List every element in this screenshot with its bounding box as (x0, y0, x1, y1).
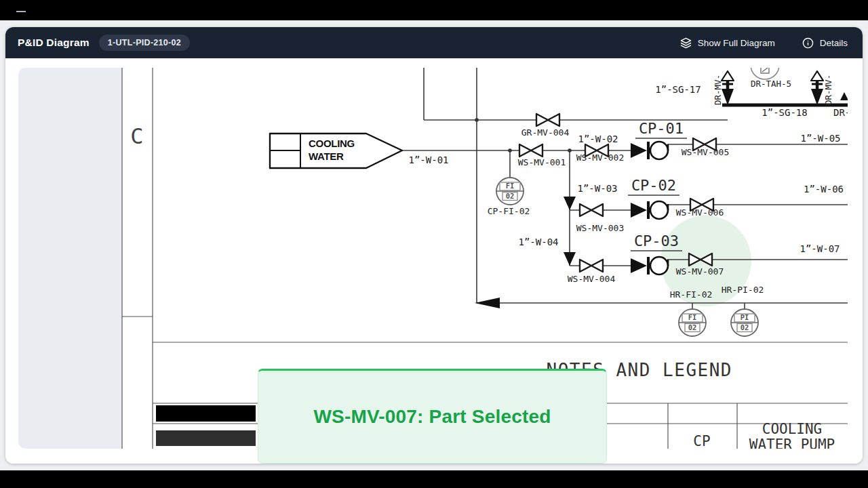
inst-02-text: 02 (506, 192, 515, 200)
flag-line2: WATER (309, 150, 344, 162)
legend-cp: CP (693, 433, 710, 449)
legend-cooling-line1: COOLING (762, 421, 823, 437)
label-cp02: CP-02 (631, 177, 676, 194)
valve-gr-mv-004[interactable] (536, 114, 559, 126)
label-w04: 1”-W-04 (518, 237, 558, 247)
inst-02-text: 02 (688, 323, 697, 331)
details-button[interactable]: Details (800, 33, 850, 53)
pump-cp-01[interactable] (631, 142, 668, 159)
label-ws-mv-007: WS-MV-007 (676, 266, 724, 277)
label-sg18: 1”-SG-18 (762, 107, 807, 118)
label-ws-mv-002: WS-MV-002 (576, 152, 624, 163)
valve-ws-mv-001[interactable] (519, 144, 542, 157)
pipe-network (402, 68, 848, 309)
diagram-viewport: C (5, 58, 863, 464)
label-w03: 1”-W-03 (577, 183, 617, 194)
label-dr-mv-left: DR-MV- (713, 75, 723, 105)
label-dr-cut: DR- (833, 107, 848, 118)
pid-viewer-card: P&ID Diagram 1-UTL-PID-210-02 Show Full … (5, 27, 863, 464)
details-label: Details (820, 38, 848, 48)
label-ws-mv-001: WS-MV-001 (518, 157, 566, 167)
label-dr-mv-right: DR-MV- (823, 75, 833, 105)
label-ws-mv-003: WS-MV-003 (576, 223, 624, 233)
inst-fi-text: FI (688, 313, 697, 321)
inst-02-text: 02 (741, 323, 749, 331)
zone-letter: C (130, 123, 143, 149)
instrument-hr-fi-02[interactable]: FI 02 (679, 309, 706, 336)
label-w02: 1”-W-02 (578, 134, 618, 144)
layers-icon (680, 37, 692, 49)
label-gr-mv-004: GR-MV-004 (521, 127, 570, 138)
label-w01: 1”-W-01 (408, 155, 448, 165)
valve-ws-mv-003[interactable] (580, 204, 603, 216)
label-w05: 1”-W-05 (800, 133, 840, 144)
drawing-number-badge: 1-UTL-PID-210-02 (99, 35, 190, 51)
label-sg17: 1”-SG-17 (655, 84, 701, 95)
label-w06: 1”-W-06 (804, 184, 844, 195)
legend-cooling-line2: WATER PUMP (749, 436, 835, 449)
cooling-water-flag[interactable]: COOLING WATER (270, 134, 402, 168)
instrument-dr-tah-5[interactable] (751, 68, 779, 79)
label-w07: 1”-W-07 (800, 243, 840, 254)
drain-valve-dr-mv-right[interactable] (811, 71, 823, 105)
letterbox-bottom (0, 470, 868, 488)
info-icon (802, 37, 814, 49)
show-full-diagram-button[interactable]: Show Full Diagram (677, 33, 778, 53)
page-title: P&ID Diagram (18, 37, 90, 49)
screen: P&ID Diagram 1-UTL-PID-210-02 Show Full … (0, 0, 868, 488)
instrument-cp-fi-02[interactable]: FI 02 (496, 178, 524, 205)
label-cp03: CP-03 (634, 232, 679, 249)
app-header: P&ID Diagram 1-UTL-PID-210-02 Show Full … (5, 27, 863, 58)
label-ws-mv-005: WS-MV-005 (682, 147, 729, 157)
instrument-hr-pi-02[interactable]: PI 02 (731, 309, 758, 336)
drain-valve-dr-mv-left[interactable] (722, 71, 734, 105)
selection-toast: WS-MV-007: Part Selected (258, 369, 607, 464)
show-full-diagram-label: Show Full Diagram (698, 38, 775, 48)
inst-fi-text: FI (506, 182, 515, 190)
label-cp01: CP-01 (639, 120, 684, 137)
label-dr-tah5: DR-TAH-5 (751, 79, 791, 89)
label-hr-pi-02: HR-PI-02 (722, 285, 764, 295)
pump-cp-02[interactable] (631, 201, 668, 219)
label-cp-fi-02: CP-FI-02 (488, 206, 530, 216)
label-ws-mv-006: WS-MV-006 (676, 207, 724, 218)
flag-line1: COOLING (309, 138, 355, 149)
sheet-margin (18, 68, 122, 449)
valve-ws-mv-004[interactable] (580, 260, 603, 272)
label-ws-mv-004: WS-MV-004 (568, 274, 616, 284)
inst-pi-text: PI (741, 313, 749, 321)
label-hr-fi-02: HR-FI-02 (670, 289, 713, 300)
selection-toast-message: WS-MV-007: Part Selected (313, 406, 551, 428)
letterbox-artifact (16, 11, 26, 12)
pump-cp-03[interactable] (631, 257, 668, 274)
letterbox-top (0, 0, 868, 20)
